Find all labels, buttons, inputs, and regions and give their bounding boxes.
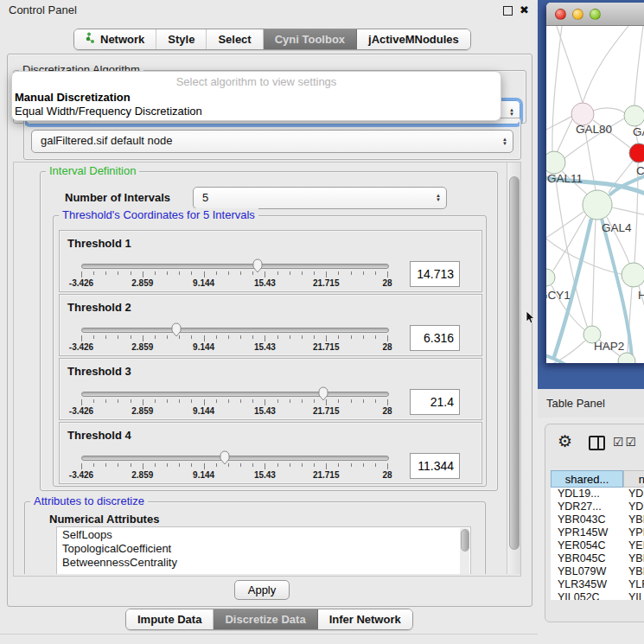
dropdown-hint-item[interactable]: Select algorithm to view settings (12, 72, 501, 91)
scrollbar-thumb[interactable] (461, 529, 469, 552)
slider-tick (118, 271, 118, 275)
slider-track[interactable] (81, 328, 389, 333)
attribute-list-item[interactable]: BetweennessCentrality (57, 556, 470, 569)
control-panel-window: Control Panel ✖ Network Style Select (0, 0, 538, 644)
slider-tick (240, 463, 241, 467)
network-node-GAL11[interactable] (546, 151, 565, 174)
slider-ticks (81, 463, 387, 470)
slider-tick (179, 463, 180, 467)
slider-track[interactable] (81, 456, 389, 461)
slider-tick (167, 271, 168, 275)
slider-tick (351, 335, 352, 339)
threshold-value-box[interactable]: 14.713 (410, 261, 460, 287)
network-edge (634, 26, 643, 105)
slider-tick (302, 463, 303, 467)
slider-tick (131, 335, 131, 339)
network-node-GAL4[interactable] (583, 190, 612, 220)
slider-tick (179, 271, 180, 275)
slider-tick (216, 463, 217, 467)
tab-cyni-toolbox[interactable]: Cyni Toolbox (264, 29, 357, 49)
slider-tick (326, 463, 327, 469)
table-row[interactable]: YDR27...YDR2 (551, 501, 644, 513)
threshold-slider[interactable]: -3.4262.8599.14415.4321.71528 (81, 392, 387, 414)
threshold-label: Threshold 4 (67, 429, 131, 442)
slider-tick (240, 271, 241, 275)
tab-infer-network[interactable]: Infer Network (318, 609, 412, 629)
tab-discretize-data[interactable]: Discretize Data (214, 609, 317, 629)
table-row[interactable]: YBR043CYBR0 (551, 513, 644, 526)
network-node-GAL-top[interactable] (624, 105, 644, 126)
column-header-name[interactable]: na (623, 470, 644, 488)
attributes-list-scrollbar[interactable] (460, 528, 469, 574)
slider-tick (155, 463, 156, 467)
table-row[interactable]: YER054CYER0 (551, 539, 644, 552)
dropdown-item-manual-discretization[interactable]: Manual Discretization (12, 91, 501, 105)
dropdown-item-equal-width-frequency[interactable]: Equal Width/Frequency Discretization (12, 105, 501, 118)
network-node-GCY1[interactable] (546, 269, 555, 286)
numerical-attributes-list[interactable]: SelfLoopsTopologicalCoefficientBetweenne… (56, 526, 471, 574)
table-row[interactable]: YBR045CYBR0 (551, 552, 644, 565)
attribute-list-item[interactable]: TopologicalCoefficient (57, 542, 470, 555)
table-row[interactable]: YLR345WYLR3 (551, 578, 644, 591)
attribute-list-item[interactable]: SelfLoops (57, 528, 470, 541)
close-panel-icon[interactable]: ✖ (520, 5, 529, 16)
table-row[interactable]: YPR145WYPR1 (551, 526, 644, 539)
settings-scroll-region: Interval Definition Number of Intervals … (13, 162, 521, 577)
interval-definition-group: Interval Definition Number of Intervals … (40, 171, 498, 491)
slider-tick-label: -3.426 (69, 278, 93, 288)
minimize-traffic-light-icon[interactable] (572, 9, 583, 20)
network-node-H-node[interactable] (622, 263, 644, 287)
tab-impute-data[interactable]: Impute Data (126, 609, 214, 629)
network-node-red-node[interactable] (629, 143, 644, 163)
tab-style[interactable]: Style (156, 29, 207, 49)
table-row[interactable]: YIL052CYIL0 (551, 591, 644, 600)
slider-ticks (81, 271, 387, 278)
table-panel-title: Table Panel (538, 389, 644, 418)
slider-tick (265, 463, 265, 469)
tab-network[interactable]: Network (74, 29, 156, 49)
threshold-value-box[interactable]: 11.344 (410, 453, 460, 479)
slider-tick (118, 399, 118, 403)
number-of-intervals-combobox[interactable]: 5 ▲▼ (193, 187, 447, 209)
slider-tick (240, 399, 241, 403)
interval-group-title: Interval Definition (46, 164, 139, 177)
slider-tick (118, 463, 118, 467)
tab-select[interactable]: Select (207, 29, 263, 49)
gear-icon[interactable]: ⚙ (558, 431, 572, 451)
slider-tick (363, 463, 364, 467)
scrollbar-thumb[interactable] (509, 176, 520, 550)
slider-ticks (81, 399, 387, 406)
panel-bottom-edge (0, 634, 538, 634)
slider-tick (93, 399, 94, 403)
apply-button[interactable]: Apply (234, 580, 290, 600)
slider-tick (351, 463, 352, 467)
slider-tick (290, 335, 290, 339)
network-canvas[interactable]: GAL80GAGAL11CGAL4GCY1HHAP2 (546, 26, 644, 363)
slider-tick (143, 463, 143, 469)
float-panel-icon[interactable] (503, 6, 513, 16)
slider-track[interactable] (81, 392, 389, 397)
slider-tick-label: 9.144 (193, 342, 214, 352)
settings-vertical-scrollbar[interactable] (507, 163, 520, 574)
slider-tick (265, 399, 265, 405)
slider-tick (143, 335, 143, 341)
threshold-slider[interactable]: -3.4262.8599.14415.4321.71528 (81, 328, 387, 350)
table-row[interactable]: YBL079WYBL0 (551, 565, 644, 578)
network-window-titlebar[interactable] (546, 3, 644, 26)
table-data-combobox[interactable]: galFiltered.sif default node ▲▼ (31, 130, 513, 153)
zoom-traffic-light-icon[interactable] (590, 9, 601, 20)
threshold-slider[interactable]: -3.4262.8599.14415.4321.71528 (81, 456, 387, 478)
select-columns-icon[interactable]: ☑☑ (613, 435, 638, 449)
slider-tick (338, 399, 339, 403)
threshold-slider[interactable]: -3.4262.8599.14415.4321.71528 (81, 264, 387, 286)
threshold-value-box[interactable]: 6.316 (410, 325, 460, 351)
slider-track[interactable] (81, 264, 389, 269)
table-row[interactable]: YDL19...YDL1 (551, 488, 644, 501)
threshold-value-box[interactable]: 21.4 (410, 389, 460, 415)
tab-jactivemnodules[interactable]: jActiveMNodules (357, 29, 470, 49)
column-layout-icon[interactable] (589, 436, 605, 450)
slider-tick (290, 399, 290, 403)
close-traffic-light-icon[interactable] (555, 9, 566, 20)
column-header-shared-name[interactable]: shared... (551, 470, 623, 488)
network-thick-edge (602, 219, 632, 358)
